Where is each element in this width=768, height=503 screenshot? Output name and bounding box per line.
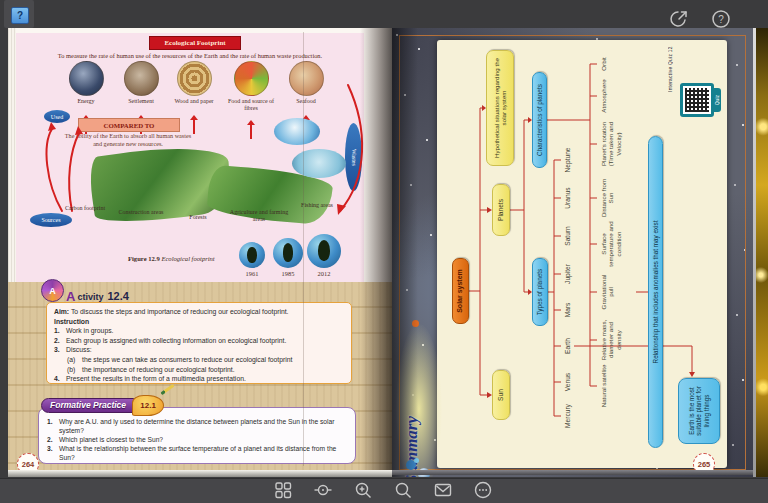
formative-box: 1.Why are A.U. and ly used to determine … <box>38 407 356 464</box>
figure-caption: Figure 12.9 Ecological footprint <box>128 255 215 262</box>
globe-year: 2012 <box>307 270 341 277</box>
mindmap-planet-label: Mars <box>564 292 572 328</box>
eco-bottom-label: Agriculture and farming areas <box>228 209 290 223</box>
search-icon[interactable] <box>393 480 413 500</box>
eco-bottom-label: Carbon footprint <box>63 205 107 212</box>
activity-title: ctivity <box>77 292 103 302</box>
mindmap-planet-label: Mercury <box>564 398 572 434</box>
right-page: Solar system Sun Planets Hypothetical si… <box>392 28 753 477</box>
formative-question: 3.What is the relationship between the s… <box>47 444 347 462</box>
mindmap-planets-node: Planets <box>492 184 510 236</box>
quiz-tab: Quiz <box>712 88 721 112</box>
eco-footprint-panel: Ecological Footprint To measure the rate… <box>16 33 364 282</box>
mindmap-hypothetical-node: Hypothetical situations regarding the so… <box>486 50 514 166</box>
footprint-globe-2012 <box>307 234 341 268</box>
right-page-bottom-edge <box>392 470 753 475</box>
mindmap-planet-label: Venus <box>564 364 572 400</box>
interactive-quiz-caption: Interactive Quiz 12 <box>668 42 673 92</box>
hotkey-help-icon[interactable]: ? <box>11 7 29 24</box>
mindmap-characteristic-label: Natural satellite <box>600 364 607 408</box>
svg-text:?: ? <box>718 14 724 25</box>
mindmap-characteristic-label: Orbit <box>600 44 607 84</box>
activity-step: 2.Each group is assigned with collecting… <box>54 336 344 346</box>
bottom-toolbar <box>0 478 768 503</box>
mindmap-planet-label: Jupiter <box>564 256 572 292</box>
mindmap-characteristic-label: Surface temperature and condition <box>600 220 622 268</box>
mindmap-sun-node: Sun <box>492 370 510 420</box>
mindmap-types-node: Types of planets <box>532 258 548 326</box>
mindmap-root-node: Solar system <box>452 258 469 324</box>
left-page: Ecological Footprint To measure the rate… <box>8 28 392 470</box>
mindmap-planet-label: Earth <box>564 328 572 364</box>
mindmap-characteristics-node: Characteristics of planets <box>532 72 547 168</box>
mindmap-planet-label: Saturn <box>564 218 572 254</box>
formative-question: 1.Why are A.U. and ly used to determine … <box>47 417 347 435</box>
activity-icon: A <box>41 279 64 302</box>
ebook-reader-window: ? ? Ecological Footprint To measure the … <box>0 0 768 503</box>
help-icon[interactable]: ? <box>710 8 732 30</box>
footprint-globe-1961 <box>239 242 265 268</box>
thumbnail-grid-icon[interactable] <box>273 480 293 500</box>
activity-number: 12.4 <box>107 290 128 302</box>
mail-icon[interactable] <box>433 480 453 500</box>
share-icon[interactable] <box>668 8 690 30</box>
mindmap-relationship-note: Relationship that includes anomalies tha… <box>648 136 663 448</box>
mindmap-planet-label: Neptune <box>564 142 572 178</box>
mindmap-characteristic-label: Planet's rotation (Time taken and Veloci… <box>600 118 622 170</box>
footprint-globe-1985 <box>273 238 303 268</box>
globe-year: 1985 <box>271 270 305 277</box>
mindmap-characteristic-label: Distance from Sun <box>600 176 615 220</box>
formative-title: Formative Practice <box>41 398 135 413</box>
mindmap-characteristic-label: Gravitational pull <box>600 270 615 314</box>
eco-bottom-label: Construction areas <box>110 209 172 216</box>
formative-banner: Formative Practice 12.1 <box>41 396 164 414</box>
formative-question: 2.Which planet is closest to the Sun? <box>47 435 347 444</box>
fit-view-icon[interactable] <box>313 480 333 500</box>
page-crease <box>303 32 304 466</box>
activity-title-initial: A <box>66 292 75 302</box>
eco-bottom-label: Fishing areas <box>294 202 340 209</box>
gutter-shadow <box>360 28 392 470</box>
more-options-icon[interactable] <box>473 480 493 500</box>
activity-step: 3.Discuss: <box>54 345 344 355</box>
activity-step: 1.Work in groups. <box>54 326 344 336</box>
activity-header: A Activity 12.4 <box>41 278 129 302</box>
activity-step: 4.Present the results in the form of a m… <box>54 374 344 384</box>
activity-box: Aim: To discuss the steps and importance… <box>46 302 352 384</box>
next-page-gold-art[interactable] <box>756 28 768 477</box>
gutter-shadow-right <box>392 28 418 477</box>
eco-bottom-label: Forests <box>177 214 219 221</box>
quiz-qr-code[interactable] <box>680 83 714 117</box>
mindmap-earth-note: Earth is the most suitable planet for li… <box>678 378 720 444</box>
globe-year: 1961 <box>235 270 269 277</box>
mindmap-planet-label: Uranus <box>564 180 572 216</box>
summary-mindmap-panel: Solar system Sun Planets Hypothetical si… <box>437 40 727 468</box>
page-bottom-edge <box>8 470 392 477</box>
mindmap-characteristic-label: Relative mass, diameter and density <box>600 316 622 364</box>
zoom-in-icon[interactable] <box>353 480 373 500</box>
formative-number: 12.1 <box>132 395 164 416</box>
